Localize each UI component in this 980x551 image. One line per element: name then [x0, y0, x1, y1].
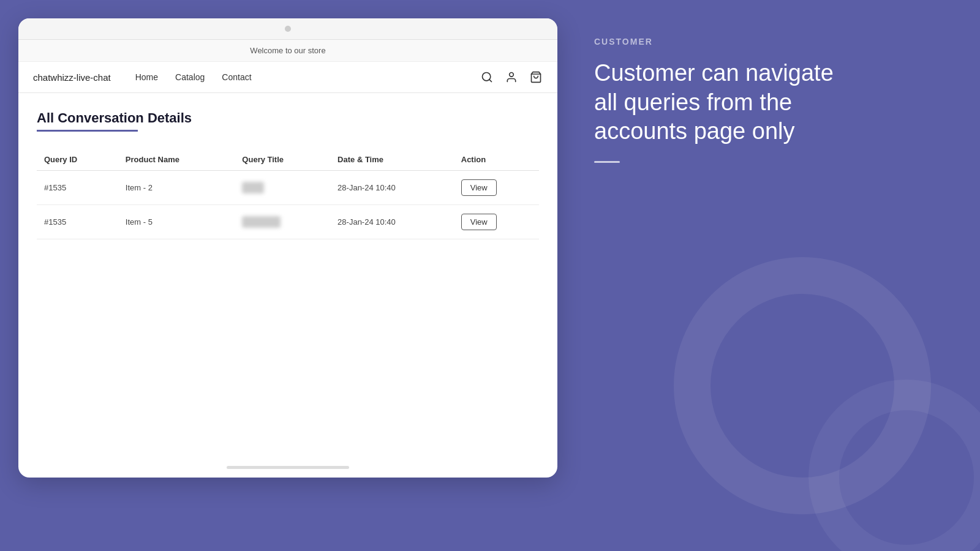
- cart-icon[interactable]: [529, 70, 543, 84]
- row1-query-title-blurred: Query: [242, 182, 263, 193]
- account-icon[interactable]: [505, 70, 518, 84]
- page-title: All Conversation Details: [37, 110, 539, 126]
- browser-bottom: [18, 461, 557, 478]
- store-nav: chatwhizz-live-chat Home Catalog Contact: [18, 62, 557, 93]
- col-query-id: Query ID: [37, 149, 118, 171]
- row1-query-title: Query: [235, 171, 330, 205]
- browser-dot: [285, 26, 291, 32]
- search-icon[interactable]: [480, 70, 494, 84]
- scroll-indicator: [227, 466, 349, 469]
- row1-view-button[interactable]: View: [461, 179, 497, 196]
- browser-window: Welcome to our store chatwhizz-live-chat…: [18, 18, 557, 478]
- right-panel: CUSTOMER Customer can navigate all queri…: [564, 0, 980, 551]
- row2-query-id: #1535: [37, 205, 118, 239]
- title-underline: [37, 130, 138, 132]
- row2-query-title-blurred: Query Text: [242, 216, 281, 227]
- row2-query-title: Query Text: [235, 205, 330, 239]
- svg-point-2: [510, 73, 514, 77]
- row2-view-button[interactable]: View: [461, 214, 497, 230]
- section-divider: [594, 161, 620, 163]
- row1-date-time: 28-Jan-24 10:40: [330, 171, 454, 205]
- nav-link-home[interactable]: Home: [135, 72, 158, 82]
- nav-link-contact[interactable]: Contact: [222, 72, 251, 82]
- section-heading: Customer can navigate all queries from t…: [594, 59, 839, 146]
- browser-panel: Welcome to our store chatwhizz-live-chat…: [0, 0, 564, 551]
- nav-links: Home Catalog Contact: [135, 72, 480, 82]
- table-row: #1535 Item - 2 Query 28-Jan-24 10:40 Vie…: [37, 171, 539, 205]
- row1-product-name: Item - 2: [118, 171, 235, 205]
- row1-action: View: [454, 171, 539, 205]
- conversation-table: Query ID Product Name Query Title Date &…: [37, 149, 539, 239]
- announcement-text: Welcome to our store: [250, 46, 325, 55]
- nav-link-catalog[interactable]: Catalog: [175, 72, 205, 82]
- col-action: Action: [454, 149, 539, 171]
- svg-line-1: [489, 80, 492, 82]
- col-product-name: Product Name: [118, 149, 235, 171]
- store-announcement: Welcome to our store: [18, 40, 557, 62]
- col-query-title: Query Title: [235, 149, 330, 171]
- main-content: All Conversation Details Query ID Produc…: [18, 93, 557, 461]
- row1-query-id: #1535: [37, 171, 118, 205]
- row2-product-name: Item - 5: [118, 205, 235, 239]
- section-label: CUSTOMER: [594, 37, 949, 47]
- nav-icons: [480, 70, 543, 84]
- table-row: #1535 Item - 5 Query Text 28-Jan-24 10:4…: [37, 205, 539, 239]
- row2-date-time: 28-Jan-24 10:40: [330, 205, 454, 239]
- store-logo: chatwhizz-live-chat: [33, 72, 111, 83]
- col-date-time: Date & Time: [330, 149, 454, 171]
- browser-top-bar: [18, 18, 557, 40]
- row2-action: View: [454, 205, 539, 239]
